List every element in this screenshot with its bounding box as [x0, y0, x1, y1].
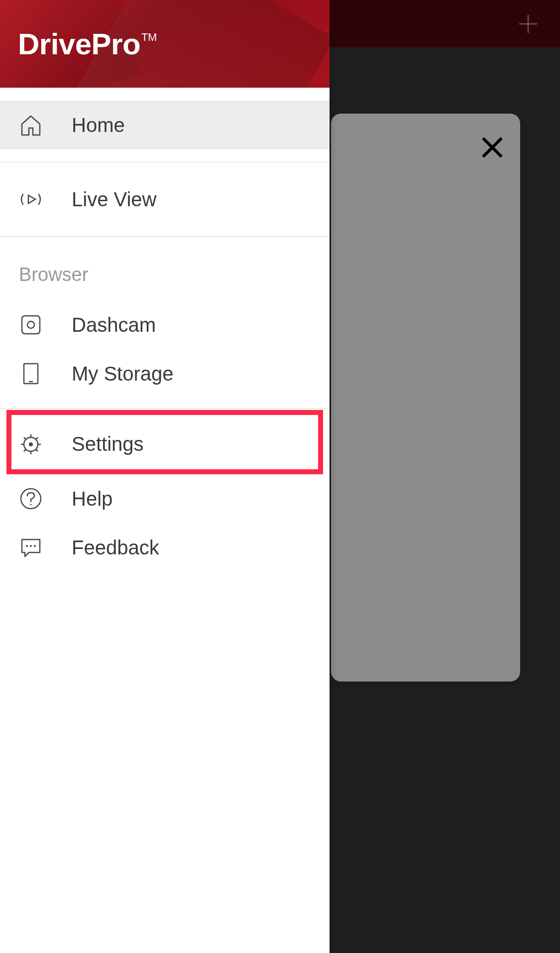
menu-item-help[interactable]: Help [0, 474, 330, 523]
storage-icon [19, 362, 43, 386]
help-icon [19, 487, 43, 511]
logo-text: DrivePro [18, 27, 140, 61]
svg-line-15 [24, 437, 26, 439]
svg-point-21 [26, 545, 28, 547]
menu-item-live-view[interactable]: Live View [0, 162, 330, 236]
menu-item-my-storage[interactable]: My Storage [0, 349, 330, 398]
menu-item-home[interactable]: Home [0, 101, 330, 149]
svg-point-23 [34, 545, 36, 547]
menu-item-feedback[interactable]: Feedback [0, 523, 330, 572]
navigation-drawer: DriveProTM Home Live View Browser [0, 0, 330, 953]
menu-item-dashcam[interactable]: Dashcam [0, 300, 330, 349]
drawer-header: DriveProTM [0, 0, 330, 88]
svg-point-6 [27, 321, 34, 328]
svg-point-20 [30, 504, 32, 506]
logo-tm: TM [141, 31, 157, 43]
menu-label-feedback: Feedback [72, 537, 159, 559]
svg-point-22 [30, 545, 32, 547]
menu-item-settings[interactable]: Settings [0, 410, 330, 474]
live-view-icon [19, 187, 43, 211]
menu-label-settings: Settings [72, 433, 144, 455]
add-icon[interactable] [516, 12, 540, 36]
svg-line-18 [36, 437, 38, 439]
svg-point-10 [29, 442, 33, 446]
svg-rect-7 [24, 364, 38, 384]
menu-list: Home Live View Browser Dashcam [0, 101, 330, 572]
app-logo: DriveProTM [18, 27, 156, 61]
menu-label-live-view: Live View [72, 188, 156, 211]
separator [0, 149, 330, 162]
dashcam-icon [19, 313, 43, 337]
menu-label-my-storage: My Storage [72, 363, 174, 385]
settings-icon [19, 432, 43, 456]
section-header-browser: Browser [0, 237, 330, 300]
svg-line-17 [24, 449, 26, 451]
menu-label-help: Help [72, 488, 112, 510]
menu-label-home: Home [72, 114, 125, 136]
svg-rect-5 [22, 316, 40, 334]
svg-line-16 [36, 449, 38, 451]
feedback-icon [19, 536, 43, 559]
svg-marker-4 [28, 195, 35, 203]
home-icon [19, 113, 43, 137]
menu-label-dashcam: Dashcam [72, 314, 156, 336]
